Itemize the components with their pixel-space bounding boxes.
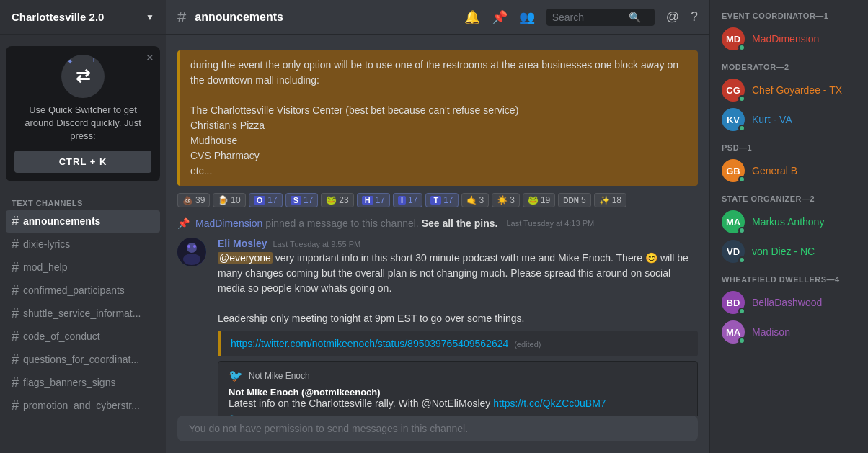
sidebar-item-promotion-and-cyberstr---[interactable]: #promotion_and_cyberstr... bbox=[6, 395, 160, 417]
chat-message: Eli Mosley Last Tuesday at 9:55 PM @ever… bbox=[166, 233, 709, 416]
quick-switcher-description: Use Quick Switcher to get around Discord… bbox=[14, 104, 151, 143]
no-permission-text: You do not have permission to send messa… bbox=[189, 423, 468, 434]
sidebar-item-mod-help[interactable]: #mod_help bbox=[6, 256, 160, 279]
role-section-psd: PSD—1 GB General B bbox=[710, 138, 868, 189]
channels-label: TEXT CHANNELS bbox=[6, 199, 160, 207]
reaction[interactable]: T17 bbox=[425, 193, 458, 207]
old-message-text: during the event the only option will be… bbox=[190, 59, 678, 176]
old-message: during the event the only option will be… bbox=[177, 50, 698, 186]
member-name: Kurt - VA bbox=[752, 114, 792, 125]
reaction[interactable]: 🤙3 bbox=[461, 193, 490, 207]
reaction[interactable]: H17 bbox=[357, 193, 390, 207]
status-dot bbox=[738, 176, 745, 183]
input-bar: You do not have permission to send messa… bbox=[177, 416, 698, 441]
arrows-icon: ⇄ bbox=[76, 66, 90, 86]
channel-hash-icon: # bbox=[12, 283, 19, 298]
role-label: PSD—1 bbox=[716, 143, 862, 152]
bell-icon[interactable]: 🔔 bbox=[464, 9, 480, 25]
sidebar-item-questions-for-coordinat---[interactable]: #questions_for_coordinat... bbox=[6, 349, 160, 371]
member-item[interactable]: CG Chef Goyardee - TX bbox=[716, 76, 862, 104]
reaction[interactable]: ☀️3 bbox=[492, 193, 520, 207]
sparkle-icon: · bbox=[70, 89, 76, 95]
message-link[interactable]: https://twitter.com/notmikeenoch/status/… bbox=[231, 338, 508, 349]
input-area: You do not have permission to send messa… bbox=[166, 416, 709, 453]
message-author[interactable]: Eli Mosley bbox=[218, 238, 267, 249]
svg-point-4 bbox=[193, 245, 196, 248]
member-name: Markus Anthony bbox=[752, 216, 824, 228]
header-icons: 🔔 📌 👥 🔍 @ ? bbox=[464, 9, 698, 26]
channel-hash-icon: # bbox=[12, 352, 19, 367]
pin-timestamp: Last Tuesday at 4:13 PM bbox=[506, 219, 594, 228]
avatar: VD bbox=[722, 240, 745, 263]
role-label: EVENT COORDINATOR—1 bbox=[716, 12, 862, 20]
sidebar-item-flags-banners-signs[interactable]: #flags_banners_signs bbox=[6, 372, 160, 394]
reaction[interactable]: 🍺10 bbox=[213, 193, 245, 207]
reaction[interactable]: 🐸19 bbox=[523, 193, 555, 207]
channel-name-label: shuttle_service_informat... bbox=[23, 308, 141, 319]
see-pins-link[interactable]: See all the pins. bbox=[422, 217, 498, 229]
close-icon[interactable]: ✕ bbox=[146, 52, 154, 63]
message-text: @everyone very important info in this sh… bbox=[218, 251, 698, 326]
channel-hash-icon: # bbox=[12, 375, 19, 390]
members-icon[interactable]: 👥 bbox=[519, 9, 535, 25]
everyone-mention: @everyone bbox=[218, 252, 273, 264]
help-icon[interactable]: ? bbox=[691, 9, 698, 24]
channel-hash-icon: # bbox=[177, 8, 186, 27]
channels-section: TEXT CHANNELS #announcements#dixie-lyric… bbox=[0, 187, 166, 421]
twitter-link[interactable]: https://t.co/QkZCc0uBM7 bbox=[493, 398, 606, 409]
search-bar[interactable]: 🔍 bbox=[546, 9, 655, 26]
member-name: Madison bbox=[752, 326, 790, 338]
avatar-initials: MA bbox=[726, 217, 740, 228]
reaction[interactable]: ✨18 bbox=[594, 193, 626, 207]
pin-username[interactable]: MadDimension bbox=[195, 217, 262, 229]
avatar bbox=[177, 238, 206, 266]
status-dot bbox=[738, 337, 745, 344]
sidebar-item-shuttle-service-informat---[interactable]: #shuttle_service_informat... bbox=[6, 302, 160, 325]
channel-name-label: announcements bbox=[23, 215, 100, 227]
avatar-initials: MD bbox=[726, 34, 740, 45]
channel-hash-icon: # bbox=[12, 398, 19, 413]
avatar: MA bbox=[722, 210, 745, 233]
member-name: BellaDashwood bbox=[752, 297, 822, 308]
sidebar-item-announcements[interactable]: #announcements bbox=[6, 210, 160, 233]
member-item[interactable]: MD MadDimension bbox=[716, 24, 862, 53]
member-name: MadDimension bbox=[752, 33, 819, 45]
avatar: GB bbox=[722, 159, 745, 182]
member-item[interactable]: KV Kurt - VA bbox=[716, 105, 862, 134]
server-header[interactable]: Charlottesville 2.0 ▼ bbox=[0, 0, 166, 35]
reaction[interactable]: 🐸23 bbox=[321, 193, 353, 207]
avatar: KV bbox=[722, 108, 745, 131]
message-line2: Leadership only meeting tonight at 9pm E… bbox=[218, 313, 524, 324]
svg-point-3 bbox=[187, 245, 190, 248]
reaction[interactable]: DDN5 bbox=[558, 193, 590, 207]
reaction[interactable]: I17 bbox=[393, 193, 422, 207]
member-item[interactable]: GB General B bbox=[716, 156, 862, 185]
pin-text: MadDimension pinned a message to this ch… bbox=[195, 217, 497, 229]
role-section-coordinator: EVENT COORDINATOR—1 MD MadDimension bbox=[710, 6, 868, 57]
message-content: Eli Mosley Last Tuesday at 9:55 PM @ever… bbox=[218, 238, 698, 416]
sidebar-item-code-of-conduct[interactable]: #code_of_conduct bbox=[6, 326, 160, 348]
message-timestamp: Last Tuesday at 9:55 PM bbox=[273, 240, 360, 248]
member-name: General B bbox=[752, 165, 797, 176]
channel-name-label: promotion_and_cyberstr... bbox=[23, 400, 140, 411]
avatar: MD bbox=[722, 27, 745, 50]
member-item[interactable]: BD BellaDashwood bbox=[716, 288, 862, 317]
sidebar-item-confirmed-participants[interactable]: #confirmed_participants bbox=[6, 279, 160, 302]
reaction[interactable]: 💩39 bbox=[177, 193, 210, 207]
member-item[interactable]: VD von Diez - NC bbox=[716, 237, 862, 266]
channel-header: # announcements 🔔 📌 👥 🔍 @ ? bbox=[166, 0, 709, 35]
reaction[interactable]: O17 bbox=[249, 193, 283, 207]
pin-icon[interactable]: 📌 bbox=[492, 9, 508, 25]
channel-name-label: dixie-lyrics bbox=[23, 238, 70, 250]
search-input[interactable] bbox=[552, 12, 624, 23]
twitter-icon: 🐦 bbox=[229, 369, 243, 382]
sidebar-item-dixie-lyrics[interactable]: #dixie-lyrics bbox=[6, 233, 160, 256]
reaction[interactable]: S17 bbox=[285, 193, 319, 207]
right-panel: EVENT COORDINATOR—1 MD MadDimension MODE… bbox=[709, 0, 868, 453]
role-label: MODERATOR—2 bbox=[716, 63, 862, 71]
member-item[interactable]: MA Markus Anthony bbox=[716, 207, 862, 236]
channel-hash-icon: # bbox=[12, 329, 19, 344]
member-item[interactable]: MA Madison bbox=[716, 318, 862, 346]
role-label: WHEATFIELD DWELLERS—4 bbox=[716, 275, 862, 284]
at-icon[interactable]: @ bbox=[666, 9, 679, 24]
